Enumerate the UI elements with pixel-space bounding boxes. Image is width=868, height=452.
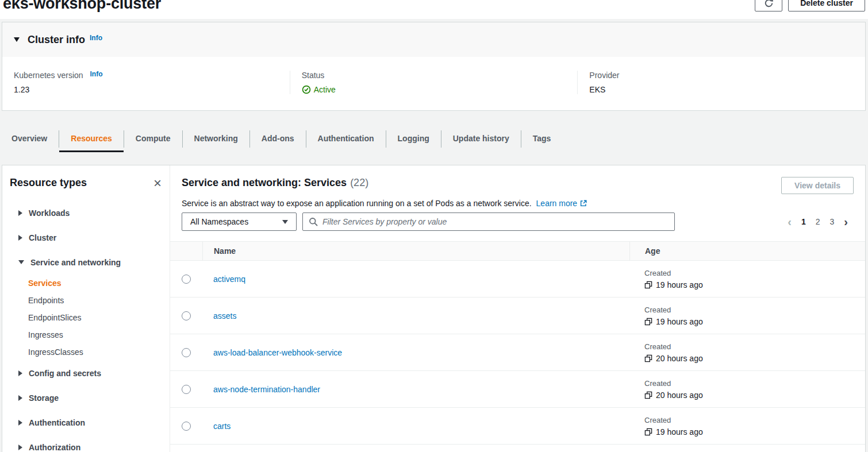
service-name-link[interactable]: carts — [213, 422, 231, 431]
sidebar-group-service-and-networking[interactable]: Service and networking — [2, 250, 170, 275]
resources-panel: Resource types × Workloads Cluster Servi… — [2, 165, 866, 452]
copy-icon[interactable] — [644, 318, 652, 326]
copy-icon[interactable] — [644, 281, 652, 289]
sidebar-group-authentication[interactable]: Authentication — [2, 410, 170, 435]
namespace-filter-dropdown[interactable]: All Namespaces — [182, 213, 297, 231]
tab-overview[interactable]: Overview — [0, 126, 59, 152]
status-value: Active — [314, 85, 336, 94]
learn-more-link[interactable]: Learn more — [536, 199, 588, 208]
table-row: Created — [170, 445, 865, 452]
created-label: Created — [644, 416, 865, 424]
tab-compute[interactable]: Compute — [124, 126, 182, 152]
row-select-radio[interactable] — [182, 275, 191, 284]
kubernetes-version-value: 1.23 — [14, 85, 290, 94]
kubernetes-version-label: Kubernetes version — [14, 71, 83, 80]
page-number-2[interactable]: 2 — [816, 217, 820, 226]
collapse-caret-icon — [14, 37, 20, 42]
chevron-right-icon — [18, 370, 22, 376]
provider-field: Provider EKS — [577, 71, 865, 94]
created-label: Created — [644, 269, 865, 277]
copy-icon[interactable] — [644, 428, 652, 436]
resource-types-sidebar: Resource types × Workloads Cluster Servi… — [2, 165, 170, 452]
age-value: 19 hours ago — [656, 280, 703, 289]
tab-add-ons[interactable]: Add-ons — [250, 126, 306, 152]
service-name-link[interactable]: activemq — [213, 275, 245, 284]
row-select-radio[interactable] — [182, 385, 191, 394]
chevron-right-icon — [18, 420, 22, 426]
sidebar-item-services[interactable]: Services — [2, 275, 170, 292]
service-name-link[interactable]: aws-node-termination-handler — [213, 385, 320, 394]
created-label: Created — [644, 306, 865, 314]
sidebar-item-ingresses[interactable]: Ingresses — [2, 326, 170, 343]
pagination: ‹ 1 2 3 › — [788, 216, 854, 227]
namespace-filter-value: All Namespaces — [190, 217, 248, 226]
cluster-tabs: Overview Resources Compute Networking Ad… — [0, 126, 868, 152]
page-number-1[interactable]: 1 — [801, 217, 806, 226]
row-select-radio[interactable] — [182, 348, 191, 357]
service-name-link[interactable]: assets — [213, 311, 236, 320]
sidebar-group-authorization[interactable]: Authorization — [2, 435, 170, 452]
sidebar-group-storage[interactable]: Storage — [2, 385, 170, 410]
provider-value: EKS — [589, 85, 865, 94]
sidebar-item-endpoints[interactable]: Endpoints — [2, 292, 170, 309]
close-icon[interactable]: × — [153, 177, 162, 189]
chevron-right-icon — [18, 235, 22, 241]
next-page-button[interactable]: › — [844, 216, 848, 227]
chevron-right-icon — [18, 210, 22, 216]
services-panel: Service and networking: Services(22) Vie… — [170, 165, 865, 452]
refresh-button[interactable] — [755, 0, 782, 11]
sidebar-group-config-and-secrets[interactable]: Config and secrets — [2, 361, 170, 385]
delete-cluster-button[interactable]: Delete cluster — [788, 0, 865, 11]
tab-logging[interactable]: Logging — [386, 126, 441, 152]
sidebar-group-workloads[interactable]: Workloads — [2, 200, 170, 225]
tab-resources[interactable]: Resources — [59, 126, 124, 152]
services-table: Name Age activemq Created 19 — [170, 241, 865, 452]
previous-page-button[interactable]: ‹ — [788, 216, 792, 227]
age-value: 20 hours ago — [656, 354, 703, 363]
page-number-3[interactable]: 3 — [830, 217, 835, 226]
copy-icon[interactable] — [644, 391, 652, 399]
page-header: eks-workshop-cluster Delete cluster — [0, 0, 868, 19]
table-row: aws-node-termination-handler Created 20 … — [170, 371, 865, 408]
search-input[interactable] — [322, 217, 669, 226]
table-row: activemq Created 19 hours ago — [170, 261, 865, 298]
age-value: 19 hours ago — [656, 427, 703, 436]
cluster-name-title: eks-workshop-cluster — [3, 0, 161, 13]
kubernetes-version-info-link[interactable]: Info — [90, 70, 103, 78]
age-value: 19 hours ago — [656, 317, 703, 326]
status-badge: Active — [302, 85, 336, 94]
table-row: assets Created 19 hours ago — [170, 298, 865, 334]
service-name-link[interactable]: aws-load-balancer-webhook-service — [213, 348, 342, 357]
tab-tags[interactable]: Tags — [521, 126, 563, 152]
refresh-icon — [764, 0, 774, 8]
view-details-button[interactable]: View details — [781, 177, 854, 194]
sidebar-item-endpointslices[interactable]: EndpointSlices — [2, 309, 170, 326]
sidebar-item-ingressclasses[interactable]: IngressClasses — [2, 343, 170, 361]
cluster-info-card: Cluster info Info Kubernetes version Inf… — [2, 22, 866, 111]
chevron-right-icon — [18, 445, 22, 450]
services-count: (22) — [350, 177, 368, 188]
cluster-info-info-link[interactable]: Info — [90, 34, 102, 42]
dropdown-caret-icon — [282, 220, 288, 224]
check-circle-icon — [302, 85, 311, 94]
column-header-age[interactable]: Age — [629, 242, 865, 260]
copy-icon[interactable] — [644, 354, 652, 362]
table-row: carts Created 19 hours ago — [170, 408, 865, 445]
tab-update-history[interactable]: Update history — [441, 126, 521, 152]
external-link-icon — [579, 199, 587, 207]
services-panel-title: Service and networking: Services — [182, 177, 347, 188]
services-filter-field[interactable] — [302, 213, 675, 231]
search-icon — [309, 217, 318, 226]
sidebar-group-cluster[interactable]: Cluster — [2, 225, 170, 250]
tab-networking[interactable]: Networking — [183, 126, 249, 152]
column-header-name[interactable]: Name — [202, 242, 629, 260]
created-label: Created — [644, 379, 865, 388]
resource-types-title: Resource types — [10, 177, 87, 189]
tab-authentication[interactable]: Authentication — [306, 126, 386, 152]
table-row: aws-load-balancer-webhook-service Create… — [170, 334, 865, 371]
row-select-radio[interactable] — [182, 422, 191, 431]
cluster-info-header[interactable]: Cluster info Info — [2, 22, 865, 57]
row-select-radio[interactable] — [182, 311, 191, 320]
cluster-info-title: Cluster info — [28, 34, 85, 46]
table-header: Name Age — [170, 241, 865, 261]
